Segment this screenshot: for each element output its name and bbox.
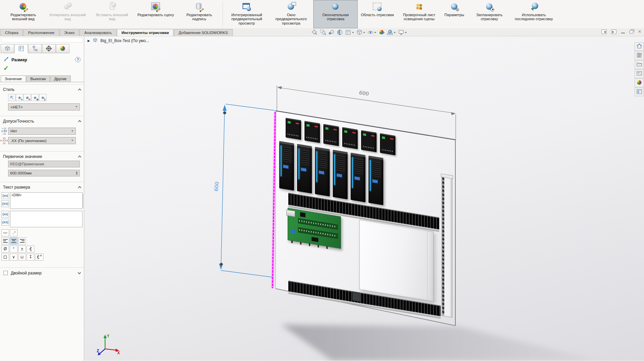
small-connector[interactable]: [352, 292, 360, 302]
drive-module[interactable]: [333, 150, 348, 199]
dimension-value-field[interactable]: 600.0000мм: [8, 170, 80, 176]
ribbon-button-schedule-render[interactable]: Запланировать отрисовку: [467, 0, 512, 28]
diameter-button[interactable]: Ø: [1, 245, 9, 253]
countersink-button[interactable]: ∨: [10, 254, 18, 261]
expand-chevron-icon[interactable]: [78, 271, 81, 274]
zoom-area-button[interactable]: [320, 29, 326, 35]
value-spinner[interactable]: [76, 170, 78, 176]
load-style-button[interactable]: ★↓: [39, 94, 46, 101]
square-button[interactable]: [1, 254, 9, 261]
apply-scene-button[interactable]: [387, 29, 396, 35]
text-offset-button[interactable]: +x+: [1, 229, 9, 236]
pm-tab-display[interactable]: [56, 44, 69, 53]
chevron-down-icon[interactable]: [405, 32, 407, 34]
dimension-top-label[interactable]: 600: [359, 90, 369, 97]
custom-properties-button[interactable]: [635, 88, 644, 96]
tab-evaluate[interactable]: Анализировать: [79, 29, 116, 36]
ribbon-button-options[interactable]: Параметры: [441, 0, 467, 28]
chevron-down-icon[interactable]: [394, 32, 396, 34]
dimension-text-area-2[interactable]: [10, 211, 83, 227]
delete-style-button[interactable]: ★×: [24, 94, 31, 101]
plus-minus-button[interactable]: ±: [18, 245, 26, 253]
collapse-chevron-icon[interactable]: [78, 120, 82, 124]
tab-solidworks-addins[interactable]: Добавления SOLIDWORKS: [174, 29, 232, 36]
pm-tab-configurations[interactable]: [28, 44, 42, 53]
collapse-right-pane-button[interactable]: [611, 30, 616, 34]
frame-column[interactable]: [442, 176, 452, 318]
value-tab-value[interactable]: Значение: [1, 75, 26, 82]
collapse-chevron-icon[interactable]: [78, 155, 82, 159]
value-tab-leaders[interactable]: Выноски: [26, 75, 50, 82]
value-tab-other[interactable]: Другие: [50, 75, 71, 82]
din-module-small[interactable]: [304, 121, 320, 143]
dimension-handle[interactable]: [223, 111, 226, 114]
add-style-button[interactable]: ★+: [16, 94, 23, 101]
close-button[interactable]: ×: [638, 28, 641, 35]
expand-caret-icon[interactable]: ▶: [88, 39, 90, 42]
ribbon-button-edit-decal[interactable]: Редактировать надпись: [177, 0, 221, 28]
pm-tab-features[interactable]: [1, 44, 14, 53]
tab-assembly[interactable]: Сборка: [0, 29, 23, 36]
chevron-down-icon[interactable]: [363, 32, 365, 34]
parentheses-icon[interactable]: (xx): [1, 211, 9, 218]
flyout-feature-tree[interactable]: ▶ Big_El_Box-Test (По умо...: [88, 37, 149, 44]
display-style-button[interactable]: [345, 29, 354, 35]
din-module-small[interactable]: [286, 118, 301, 140]
restore-button[interactable]: [630, 30, 633, 33]
tab-sketch[interactable]: Эскиз: [60, 29, 79, 36]
view-palette-button[interactable]: [635, 69, 644, 78]
view-settings-button[interactable]: [398, 29, 407, 35]
precision-dropdown[interactable]: .XX (По умолчанию): [8, 137, 76, 144]
ribbon-button-edit-appearance[interactable]: Редактировать внешний вид: [1, 0, 45, 28]
ribbon-button-final-render[interactable]: Окончательная отрисовка: [313, 0, 358, 28]
home-button[interactable]: [635, 42, 644, 51]
style-dropdown[interactable]: <НЕТ>: [8, 103, 80, 110]
previous-view-button[interactable]: [328, 29, 334, 35]
edit-appearance-button[interactable]: [379, 29, 385, 35]
full-parentheses-icon[interactable]: (XX): [1, 200, 9, 207]
depth-button[interactable]: ↧: [27, 254, 34, 261]
align-right-button[interactable]: [18, 237, 26, 244]
din-module-small[interactable]: [361, 130, 377, 153]
tab-layout[interactable]: Расположение: [23, 29, 59, 36]
chevron-down-icon[interactable]: [352, 32, 354, 34]
dimension-600-left[interactable]: [221, 104, 275, 277]
section-view-button[interactable]: [337, 29, 343, 35]
pm-tab-dimxpert[interactable]: [42, 44, 56, 53]
ribbon-button-lighting-checklist[interactable]: Проверочный лист освещения сцены: [397, 0, 441, 28]
ribbon-button-preview-window[interactable]: Окно предварительного просмотра: [269, 0, 313, 28]
drive-module[interactable]: [297, 144, 312, 193]
ribbon-button-integrated-preview[interactable]: Интегрированный предварительный просмотр: [224, 0, 269, 28]
ribbon-button-paste-appearance[interactable]: Вставить внешний вид: [90, 0, 134, 28]
drive-module[interactable]: [351, 153, 365, 202]
centerline-button[interactable]: [27, 245, 34, 253]
degree-button[interactable]: °: [10, 245, 18, 253]
ribbon-button-recall-render[interactable]: Использовать последнюю отрисовку: [512, 0, 556, 28]
tolerance-type-dropdown[interactable]: Нет: [8, 128, 76, 135]
dimension-text-area[interactable]: <DIM>: [10, 192, 83, 209]
file-explorer-button[interactable]: [635, 60, 644, 69]
dimension-handle[interactable]: [220, 263, 223, 266]
tab-render-tools[interactable]: Инструменты отрисовки: [117, 29, 174, 36]
collapse-left-pane-button[interactable]: [602, 30, 607, 34]
accept-button[interactable]: ✓: [0, 64, 84, 73]
save-style-button[interactable]: ★▪: [31, 94, 39, 101]
align-left-button[interactable]: [1, 237, 9, 244]
viewport-3d[interactable]: 600 600 ▶ Big_El_Box-Test (По умо... Y: [84, 36, 644, 361]
chevron-down-icon[interactable]: [374, 32, 376, 34]
parentheses-icon[interactable]: (xx): [1, 192, 9, 199]
ribbon-button-render-region[interactable]: Область отрисовки: [358, 0, 397, 28]
align-center-button[interactable]: [10, 237, 18, 244]
collapse-chevron-icon[interactable]: [78, 89, 82, 92]
dimension-left-label[interactable]: 600: [213, 181, 220, 191]
din-module-small[interactable]: [342, 127, 358, 149]
minimize-button[interactable]: [621, 30, 625, 34]
pm-tab-properties[interactable]: [14, 44, 28, 53]
design-library-button[interactable]: [635, 51, 644, 60]
din-module-small[interactable]: [323, 124, 339, 146]
din-module-small[interactable]: [380, 133, 395, 156]
view-orientation-button[interactable]: [356, 29, 365, 35]
drive-module[interactable]: [368, 156, 383, 205]
help-icon[interactable]: ?: [75, 57, 80, 62]
drive-module[interactable]: [315, 147, 330, 196]
